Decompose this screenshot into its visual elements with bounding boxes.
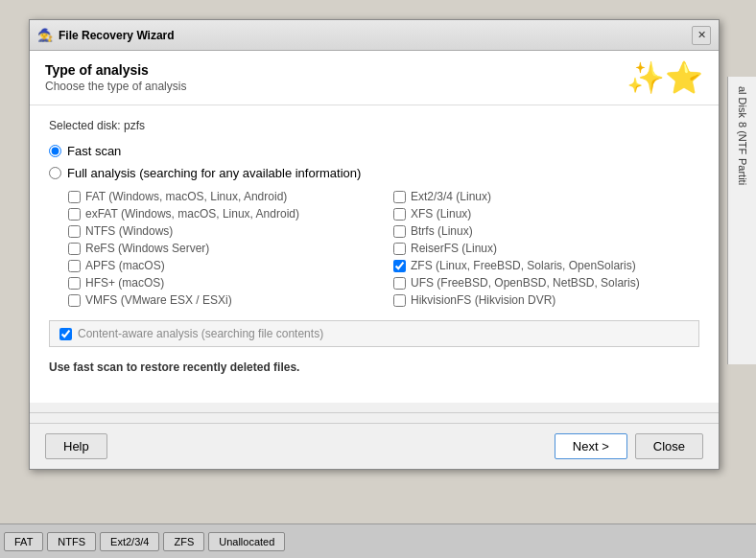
fs-hfsplus-checkbox[interactable]	[68, 277, 81, 290]
fs-ntfs-label: NTFS (Windows)	[85, 224, 173, 238]
fs-fat-label: FAT (Windows, macOS, Linux, Android)	[85, 190, 287, 203]
content-aware-section: Content-aware analysis (searching file c…	[49, 320, 699, 347]
close-button[interactable]: Close	[635, 433, 703, 459]
fs-ext234-checkbox[interactable]	[393, 191, 406, 203]
section-subtitle: Choose the type of analysis	[45, 80, 186, 93]
fs-reiserfs-label: ReiserFS (Linux)	[411, 242, 497, 255]
fs-fat-checkbox[interactable]	[68, 191, 81, 203]
dialog-footer: Help Next > Close	[30, 423, 719, 469]
fs-btrfs-checkbox[interactable]	[393, 225, 406, 238]
fast-scan-option[interactable]: Fast scan	[49, 144, 699, 158]
selected-disk-label: Selected disk: pzfs	[49, 119, 699, 132]
header-section: Type of analysis Choose the type of anal…	[30, 51, 719, 105]
bg-label-3: Partiti	[737, 158, 748, 185]
hint-text: Use fast scan to restore recently delete…	[49, 360, 699, 374]
fs-xfs-label: XFS (Linux)	[411, 207, 471, 221]
filesystem-grid: FAT (Windows, macOS, Linux, Android) Ext…	[68, 190, 699, 307]
title-bar: 🧙 File Recovery Wizard ✕	[30, 20, 719, 51]
fs-reiserfs[interactable]: ReiserFS (Linux)	[393, 242, 699, 255]
fs-zfs[interactable]: ZFS (Linux, FreeBSD, Solaris, OpenSolari…	[393, 259, 699, 272]
fs-hfsplus[interactable]: HFS+ (macOS)	[68, 276, 374, 290]
desktop-background: al Disk 8 (NTF Partiti 🧙 File Recovery W…	[0, 0, 756, 558]
file-recovery-dialog: 🧙 File Recovery Wizard ✕ Type of analysi…	[29, 19, 720, 470]
taskbar-btn-zfs[interactable]: ZFS	[163, 532, 204, 551]
fs-ext234-label: Ext2/3/4 (Linux)	[411, 190, 491, 203]
fast-scan-label: Fast scan	[67, 144, 121, 158]
fs-hikvision[interactable]: HikvisionFS (Hikvision DVR)	[393, 293, 699, 307]
dialog-title: File Recovery Wizard	[59, 29, 175, 42]
fs-vmfs-label: VMFS (VMware ESX / ESXi)	[85, 293, 232, 307]
fs-vmfs[interactable]: VMFS (VMware ESX / ESXi)	[68, 293, 374, 307]
taskbar-btn-fat[interactable]: FAT	[4, 532, 43, 551]
fs-hikvision-checkbox[interactable]	[393, 294, 406, 307]
fs-exfat-checkbox[interactable]	[68, 208, 81, 221]
fs-apfs-checkbox[interactable]	[68, 260, 81, 272]
bg-label-2: 8 (NTF	[737, 122, 748, 154]
fs-fat[interactable]: FAT (Windows, macOS, Linux, Android)	[68, 190, 374, 203]
footer-left: Help	[45, 433, 107, 459]
full-analysis-radio[interactable]	[49, 167, 61, 179]
window-close-button[interactable]: ✕	[692, 26, 711, 45]
footer-divider	[30, 412, 719, 413]
fs-refs-checkbox[interactable]	[68, 243, 81, 255]
fs-exfat-label: exFAT (Windows, macOS, Linux, Android)	[85, 207, 299, 221]
fs-reiserfs-checkbox[interactable]	[393, 243, 406, 255]
bg-label-1: al Disk	[737, 86, 748, 118]
taskbar-btn-ext[interactable]: Ext2/3/4	[100, 532, 159, 551]
fs-apfs[interactable]: APFS (macOS)	[68, 259, 374, 272]
fs-btrfs[interactable]: Btrfs (Linux)	[393, 224, 699, 238]
full-analysis-label: Full analysis (searching for any availab…	[67, 166, 361, 180]
full-analysis-option[interactable]: Full analysis (searching for any availab…	[49, 166, 699, 180]
fs-vmfs-checkbox[interactable]	[68, 294, 81, 307]
header-texts: Type of analysis Choose the type of anal…	[45, 62, 186, 93]
fs-zfs-checkbox[interactable]	[393, 260, 406, 272]
wizard-icon: 🧙	[37, 28, 53, 43]
background-panel: al Disk 8 (NTF Partiti	[727, 77, 756, 364]
fs-xfs-checkbox[interactable]	[393, 208, 406, 221]
fast-scan-radio[interactable]	[49, 145, 61, 157]
content-aware-label: Content-aware analysis (searching file c…	[78, 327, 323, 340]
content-aware-checkbox[interactable]	[59, 328, 72, 340]
taskbar-btn-ntfs[interactable]: NTFS	[47, 532, 96, 551]
taskbar-btn-unallocated[interactable]: Unallocated	[208, 532, 285, 551]
fs-apfs-label: APFS (macOS)	[85, 259, 165, 272]
fs-ufs-checkbox[interactable]	[393, 277, 406, 290]
next-button[interactable]: Next >	[555, 433, 627, 459]
help-button[interactable]: Help	[45, 433, 107, 459]
taskbar: FAT NTFS Ext2/3/4 ZFS Unallocated	[0, 523, 756, 558]
title-bar-left: 🧙 File Recovery Wizard	[37, 28, 175, 43]
magic-wand-icon: ✨⭐	[626, 62, 703, 93]
fs-ufs-label: UFS (FreeBSD, OpenBSD, NetBSD, Solaris)	[411, 276, 640, 290]
fs-ntfs-checkbox[interactable]	[68, 225, 81, 238]
fs-ufs[interactable]: UFS (FreeBSD, OpenBSD, NetBSD, Solaris)	[393, 276, 699, 290]
fs-exfat[interactable]: exFAT (Windows, macOS, Linux, Android)	[68, 207, 374, 221]
fs-refs-label: ReFS (Windows Server)	[85, 242, 209, 255]
fs-ext234[interactable]: Ext2/3/4 (Linux)	[393, 190, 699, 203]
fs-zfs-label: ZFS (Linux, FreeBSD, Solaris, OpenSolari…	[411, 259, 636, 272]
fs-hfsplus-label: HFS+ (macOS)	[85, 276, 164, 290]
section-title: Type of analysis	[45, 62, 186, 78]
fs-ntfs[interactable]: NTFS (Windows)	[68, 224, 374, 238]
fs-hikvision-label: HikvisionFS (Hikvision DVR)	[411, 293, 555, 307]
fs-refs[interactable]: ReFS (Windows Server)	[68, 242, 374, 255]
dialog-body: Selected disk: pzfs Fast scan Full analy…	[30, 105, 719, 403]
fs-xfs[interactable]: XFS (Linux)	[393, 207, 699, 221]
fs-btrfs-label: Btrfs (Linux)	[411, 224, 473, 238]
footer-right: Next > Close	[555, 433, 703, 459]
scan-type-group: Fast scan Full analysis (searching for a…	[49, 144, 699, 180]
